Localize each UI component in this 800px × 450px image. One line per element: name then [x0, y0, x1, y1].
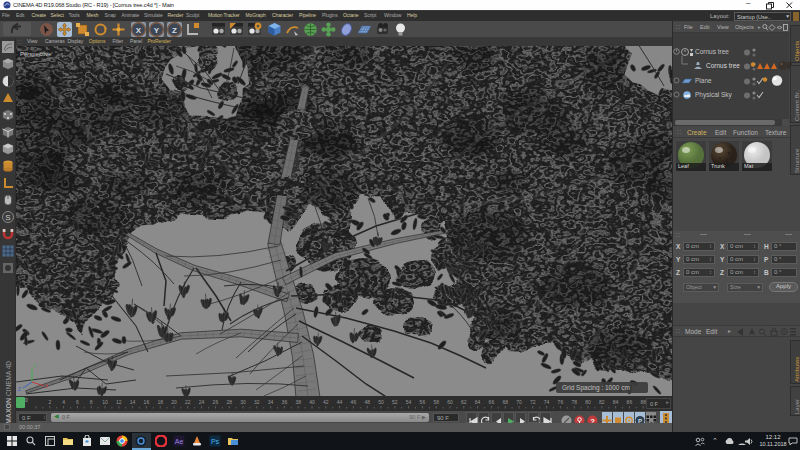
svg-text:64: 64 — [475, 399, 481, 405]
svg-text:44: 44 — [337, 399, 343, 405]
svg-text:34: 34 — [268, 399, 274, 405]
svg-text:36: 36 — [282, 399, 288, 405]
svg-text:60: 60 — [447, 399, 453, 405]
svg-text:2: 2 — [48, 399, 51, 405]
svg-text:20: 20 — [171, 399, 177, 405]
svg-text:Y: Y — [154, 26, 160, 35]
svg-text:28: 28 — [226, 399, 232, 405]
svg-text:Layer: Layer — [794, 399, 800, 414]
svg-text:MAXON CINEMA 4D: MAXON CINEMA 4D — [5, 361, 12, 424]
svg-text:46: 46 — [351, 399, 357, 405]
svg-text:58: 58 — [433, 399, 439, 405]
svg-text:84: 84 — [613, 399, 619, 405]
svg-text:16: 16 — [144, 399, 150, 405]
svg-text:30: 30 — [240, 399, 246, 405]
svg-text:52: 52 — [392, 399, 398, 405]
svg-text:8: 8 — [90, 399, 93, 405]
svg-text:42: 42 — [323, 399, 329, 405]
svg-text:Perspective: Perspective — [20, 51, 52, 57]
svg-text:X: X — [136, 26, 142, 35]
svg-text:12: 12 — [116, 399, 122, 405]
svg-text:6: 6 — [76, 399, 79, 405]
svg-text:70: 70 — [516, 399, 522, 405]
svg-text:Objects: Objects — [794, 41, 800, 61]
svg-text:40: 40 — [309, 399, 315, 405]
svg-text:56: 56 — [420, 399, 426, 405]
svg-text:S: S — [5, 213, 10, 222]
svg-text:74: 74 — [544, 399, 550, 405]
svg-text:80: 80 — [585, 399, 591, 405]
svg-text:32: 32 — [254, 399, 260, 405]
svg-text:72: 72 — [530, 399, 536, 405]
svg-text:86: 86 — [627, 399, 633, 405]
svg-text:10: 10 — [102, 399, 108, 405]
svg-text:4: 4 — [62, 399, 65, 405]
svg-text:Attributes: Attributes — [794, 357, 800, 382]
svg-text:78: 78 — [571, 399, 577, 405]
svg-text:18: 18 — [157, 399, 163, 405]
svg-text:Structure: Structure — [794, 148, 800, 173]
svg-text:Grid Spacing : 1000 cm: Grid Spacing : 1000 cm — [562, 384, 630, 392]
svg-text:66: 66 — [489, 399, 495, 405]
svg-text:26: 26 — [213, 399, 219, 405]
svg-text:62: 62 — [461, 399, 467, 405]
svg-text:Ps: Ps — [211, 438, 220, 445]
svg-text:54: 54 — [406, 399, 412, 405]
svg-text:14: 14 — [130, 399, 136, 405]
svg-text:Ae: Ae — [175, 438, 184, 445]
svg-text:Z: Z — [172, 26, 177, 35]
svg-text:38: 38 — [295, 399, 301, 405]
svg-text:22: 22 — [185, 399, 191, 405]
svg-text:24: 24 — [199, 399, 205, 405]
svg-text:82: 82 — [599, 399, 605, 405]
svg-text:68: 68 — [502, 399, 508, 405]
svg-text:Z: Z — [18, 386, 21, 392]
svg-text:50: 50 — [378, 399, 384, 405]
svg-text:48: 48 — [364, 399, 370, 405]
svg-text:Content Br..: Content Br.. — [794, 89, 800, 121]
svg-text:76: 76 — [558, 399, 564, 405]
